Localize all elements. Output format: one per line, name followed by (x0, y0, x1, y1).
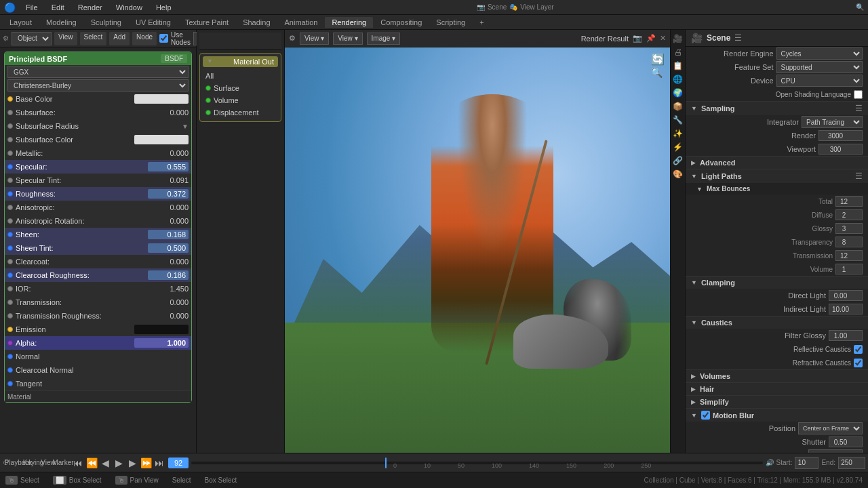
transmission-bounces-input[interactable] (835, 250, 863, 261)
caustics-header[interactable]: ▼ Caustics (686, 317, 868, 329)
start-frame-input[interactable] (795, 457, 818, 469)
transmission-roughness-row[interactable]: Transmission Roughness: 0.000 (5, 309, 191, 323)
refractive-caustics-checkbox[interactable] (854, 359, 863, 367)
filter-glossy-input[interactable] (829, 330, 863, 341)
end-frame-input[interactable] (838, 457, 865, 469)
render-samples-input[interactable] (818, 130, 863, 141)
gizmo-icon[interactable]: 🔄 (651, 53, 665, 66)
clearcoat-roughness-row[interactable]: Clearcoat Roughness: 0.186 (5, 268, 191, 282)
tab-sculpting[interactable]: Sculpting (84, 17, 128, 28)
tab-uv-editing[interactable]: UV Editing (129, 17, 178, 28)
next-keyframe-btn[interactable]: ⏩ (140, 456, 152, 470)
glossy-bounces-input[interactable] (835, 223, 863, 234)
light-paths-header[interactable]: ▼ Light Paths ☰ (686, 169, 868, 183)
tab-animation[interactable]: Animation (278, 17, 325, 28)
subsurface-color-row[interactable]: Subsurface Color (5, 133, 191, 146)
world-properties-icon[interactable]: 🌍 (672, 87, 684, 99)
roughness-row[interactable]: Roughness: 0.372 (5, 187, 191, 201)
max-bounces-header[interactable]: ▼ Max Bounces (686, 183, 868, 195)
anisotropic-rotation-row[interactable]: Anisotropic Rotation: 0.000 (5, 214, 191, 228)
menu-edit[interactable]: Edit (48, 3, 68, 12)
view-layer-icon[interactable]: 📋 (672, 60, 684, 72)
direct-light-input[interactable] (829, 290, 863, 301)
tab-layout[interactable]: Layout (3, 17, 39, 28)
transmission-row[interactable]: Transmission: 0.000 (5, 296, 191, 309)
material-icon[interactable]: 🎨 (672, 168, 684, 180)
rolling-shutter-select[interactable]: None (808, 449, 863, 453)
diffuse-bounces-input[interactable] (835, 209, 863, 220)
total-bounces-input[interactable] (835, 196, 863, 207)
indirect-light-input[interactable] (829, 304, 863, 314)
viewport-render-btn[interactable]: View ▾ (333, 33, 362, 45)
feature-set-select[interactable]: Supported (776, 61, 863, 73)
tab-scripting[interactable]: Scripting (429, 17, 472, 28)
output-properties-icon[interactable]: 🖨 (672, 46, 684, 58)
subsurface-color-swatch[interactable] (134, 135, 189, 144)
motion-blur-checkbox[interactable] (701, 411, 710, 420)
tab-compositing[interactable]: Compositing (374, 17, 429, 28)
device-select[interactable]: CPU (776, 75, 863, 87)
output-all[interactable]: All (203, 70, 278, 82)
jump-end-btn[interactable]: ⏭ (153, 456, 165, 470)
subsurface-radius-row[interactable]: Subsurface Radius ▼ (5, 119, 191, 133)
material-tab-label[interactable]: Material (7, 393, 32, 401)
physics-icon[interactable]: ⚡ (672, 141, 684, 153)
clamping-header[interactable]: ▼ Clamping (686, 277, 868, 289)
render-properties-icon[interactable]: 🎥 (672, 33, 684, 45)
menu-render[interactable]: Render (75, 3, 106, 12)
anisotropic-row[interactable]: Anisotropic: 0.000 (5, 201, 191, 214)
emission-swatch[interactable] (134, 325, 189, 334)
current-frame-display[interactable]: 92 (168, 458, 189, 468)
render-close-icon[interactable]: ✕ (660, 34, 666, 43)
output-displacement[interactable]: Displacement (203, 106, 278, 119)
menu-file[interactable]: File (22, 3, 41, 12)
output-surface[interactable]: Surface (203, 82, 278, 94)
prev-keyframe-btn[interactable]: ⏪ (85, 456, 98, 470)
particles-icon[interactable]: ✨ (672, 127, 684, 140)
node-canvas[interactable]: Principled BSDF BSDF GGX Christensen-Bur… (0, 47, 196, 453)
mode-select[interactable]: Object (12, 32, 52, 45)
viewport-controls[interactable]: 🔄 🔍 (651, 53, 665, 78)
integrator-select[interactable]: Path Tracing (802, 116, 863, 128)
output-volume[interactable]: Volume (203, 94, 278, 106)
shutter-input[interactable] (829, 436, 863, 447)
blender-logo[interactable]: 🔵 (4, 2, 16, 13)
tangent-row[interactable]: Tangent (5, 377, 191, 390)
node-btn[interactable]: Node (132, 32, 157, 45)
viewport-view-btn[interactable]: View ▾ (300, 33, 329, 45)
expand-icon[interactable]: ☰ (734, 33, 742, 43)
advanced-header[interactable]: ▶ Advanced (686, 157, 868, 169)
object-properties-icon[interactable]: 📦 (672, 100, 684, 113)
position-select[interactable]: Center on Frame (798, 422, 863, 434)
tab-modeling[interactable]: Modeling (39, 17, 83, 28)
clearcoat-row[interactable]: Clearcoat: 0.000 (5, 255, 191, 268)
distribution-row[interactable]: GGX (5, 65, 191, 79)
ior-row[interactable]: IOR: 1.450 (5, 282, 191, 296)
subsurface-row[interactable]: Subsurface: 0.000 (5, 106, 191, 119)
add-btn[interactable]: Add (109, 32, 130, 45)
specular-row[interactable]: Specular: 0.555 (5, 160, 191, 174)
menu-window[interactable]: Window (113, 3, 146, 12)
subsurface-method-select[interactable]: Christensen-Burley (7, 79, 189, 92)
jump-start-btn[interactable]: ⏮ (72, 456, 84, 470)
volume-bounces-input[interactable] (835, 264, 863, 274)
menu-help[interactable]: Help (153, 3, 175, 12)
tab-texture-paint[interactable]: Texture Paint (178, 17, 235, 28)
viewport-image-btn[interactable]: Image ▾ (367, 33, 401, 45)
emission-row[interactable]: Emission (5, 323, 191, 336)
osl-checkbox[interactable] (854, 90, 863, 99)
tab-rendering[interactable]: Rendering (325, 17, 373, 28)
sampling-menu-icon[interactable]: ☰ (855, 104, 863, 113)
modifier-icon[interactable]: 🔧 (672, 114, 684, 126)
marker-btn[interactable]: Marker (57, 456, 69, 470)
viewport-samples-input[interactable] (818, 144, 863, 155)
distribution-select[interactable]: GGX (7, 66, 189, 78)
specular-tint-row[interactable]: Specular Tint: 0.091 (5, 174, 191, 187)
sampling-header[interactable]: ▼ Sampling ☰ (686, 102, 868, 115)
transparency-bounces-input[interactable] (835, 237, 863, 247)
light-paths-menu-icon[interactable]: ☰ (855, 171, 863, 181)
sheen-tint-row[interactable]: Sheen Tint: 0.500 (5, 241, 191, 255)
normal-row[interactable]: Normal (5, 350, 191, 363)
tab-shading[interactable]: Shading (236, 17, 277, 28)
clearcoat-normal-row[interactable]: Clearcoat Normal (5, 363, 191, 377)
